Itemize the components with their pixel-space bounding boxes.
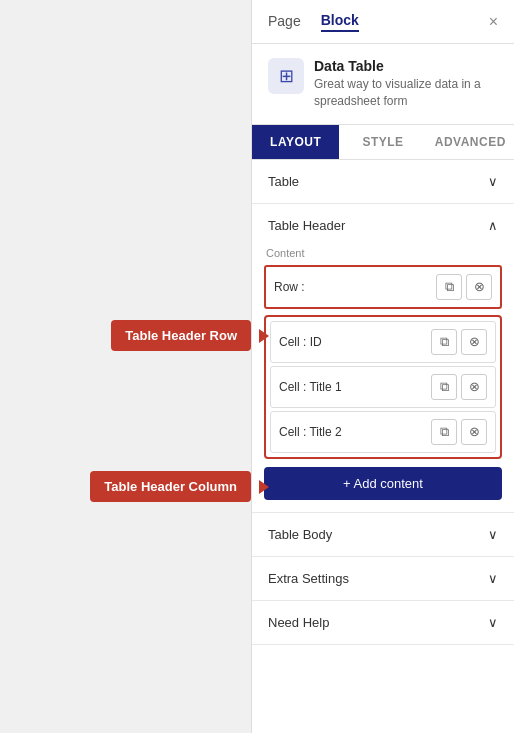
section-table-header-label: Table Header: [268, 218, 345, 233]
section-need-help-label: Need Help: [268, 615, 329, 630]
section-table-header[interactable]: Table ∨: [252, 160, 514, 203]
cell-item-title1: Cell : Title 1 ⧉ ⊗: [270, 366, 496, 408]
annotation-header-row: Table Header Row: [111, 320, 251, 351]
row-item-label: Row :: [274, 280, 432, 294]
cell-title1-label: Cell : Title 1: [279, 380, 427, 394]
add-content-button[interactable]: + Add content: [264, 467, 502, 500]
row-item: Row : ⧉ ⊗: [264, 265, 502, 309]
section-table-body-label: Table Body: [268, 527, 332, 542]
section-extra-settings: Extra Settings ∨: [252, 557, 514, 601]
section-table: Table ∨: [252, 160, 514, 204]
section-extra-settings-toggle[interactable]: Extra Settings ∨: [252, 557, 514, 600]
section-need-help-chevron: ∨: [488, 615, 498, 630]
cell-title2-label: Cell : Title 2: [279, 425, 427, 439]
cell-item-title2: Cell : Title 2 ⧉ ⊗: [270, 411, 496, 453]
cell-title1-copy-button[interactable]: ⧉: [431, 374, 457, 400]
cell-id-delete-button[interactable]: ⊗: [461, 329, 487, 355]
section-need-help: Need Help ∨: [252, 601, 514, 645]
annotation-header-column: Table Header Column: [90, 471, 251, 502]
sub-tabs: LAYOUT STYLE ADVANCED: [252, 125, 514, 160]
section-table-header-toggle[interactable]: Table Header ∧: [252, 204, 514, 247]
tab-block[interactable]: Block: [321, 12, 359, 32]
content-label: Content: [264, 247, 502, 259]
cell-title1-delete-button[interactable]: ⊗: [461, 374, 487, 400]
block-info: ⊞ Data Table Great way to visualize data…: [252, 44, 514, 125]
annotation-panel: Table Header Row Table Header Column: [0, 0, 251, 733]
block-description: Great way to visualize data in a spreads…: [314, 76, 498, 110]
close-icon[interactable]: ×: [489, 13, 498, 31]
right-panel: Page Block × ⊞ Data Table Great way to v…: [251, 0, 514, 733]
cells-group: Cell : ID ⧉ ⊗ Cell : Title 1 ⧉ ⊗ Cell : …: [264, 315, 502, 459]
sub-tab-advanced[interactable]: ADVANCED: [427, 125, 514, 159]
section-table-chevron: ∨: [488, 174, 498, 189]
cell-id-label: Cell : ID: [279, 335, 427, 349]
block-text: Data Table Great way to visualize data i…: [314, 58, 498, 110]
section-table-header-block: Table Header ∧ Content Row : ⧉ ⊗ Cell : …: [252, 204, 514, 513]
sub-tab-style[interactable]: STYLE: [339, 125, 426, 159]
section-table-body: Table Body ∨: [252, 513, 514, 557]
cell-title2-delete-button[interactable]: ⊗: [461, 419, 487, 445]
row-copy-button[interactable]: ⧉: [436, 274, 462, 300]
cell-item-id: Cell : ID ⧉ ⊗: [270, 321, 496, 363]
section-table-header-content: Content Row : ⧉ ⊗ Cell : ID ⧉ ⊗ Cell : T…: [252, 247, 514, 512]
tab-bar: Page Block ×: [252, 0, 514, 44]
block-title: Data Table: [314, 58, 498, 74]
row-delete-button[interactable]: ⊗: [466, 274, 492, 300]
section-need-help-toggle[interactable]: Need Help ∨: [252, 601, 514, 644]
cell-title2-copy-button[interactable]: ⧉: [431, 419, 457, 445]
sub-tab-layout[interactable]: LAYOUT: [252, 125, 339, 159]
section-extra-settings-label: Extra Settings: [268, 571, 349, 586]
cell-id-copy-button[interactable]: ⧉: [431, 329, 457, 355]
section-table-header-chevron: ∧: [488, 218, 498, 233]
section-table-body-chevron: ∨: [488, 527, 498, 542]
block-icon: ⊞: [268, 58, 304, 94]
section-table-body-toggle[interactable]: Table Body ∨: [252, 513, 514, 556]
section-table-label: Table: [268, 174, 299, 189]
tab-page[interactable]: Page: [268, 13, 301, 31]
section-extra-settings-chevron: ∨: [488, 571, 498, 586]
